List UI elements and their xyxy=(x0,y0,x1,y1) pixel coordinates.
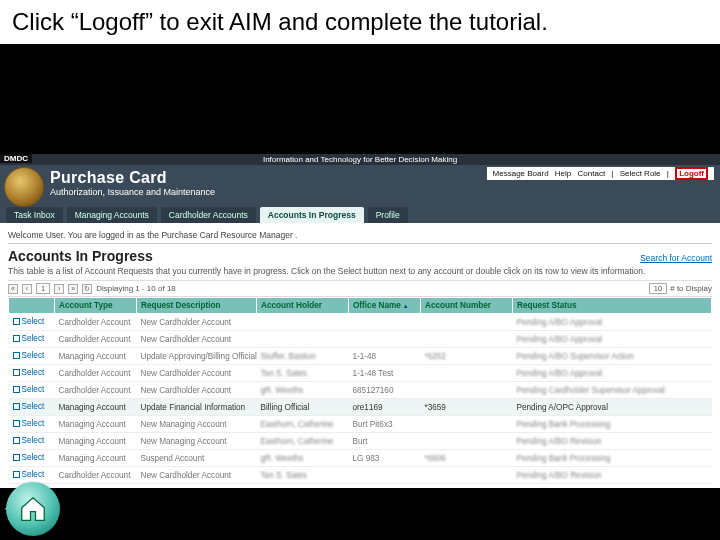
cell-acct xyxy=(421,467,513,484)
cell-desc: New Cardholder Account xyxy=(137,382,257,399)
brand-tagline: Information and Technology for Better De… xyxy=(263,155,457,164)
page-description: This table is a list of Account Requests… xyxy=(8,266,712,276)
header-link-bar: Message Board Help Contact | Select Role… xyxy=(487,167,714,180)
select-button[interactable]: Select xyxy=(13,453,45,462)
cell-status: Pending A/BO Revision xyxy=(513,433,712,450)
col-header[interactable]: Account Number xyxy=(421,298,513,314)
select-button[interactable]: Select xyxy=(13,334,45,343)
help-link[interactable]: Help xyxy=(555,169,571,178)
table-header-row: Account TypeRequest DescriptionAccount H… xyxy=(9,298,712,314)
select-button[interactable]: Select xyxy=(13,419,45,428)
sep: | xyxy=(667,169,669,178)
table-row[interactable]: SelectCardholder AccountNew Cardholder A… xyxy=(9,382,712,399)
cell-type: Managing Account xyxy=(55,348,137,365)
table-row[interactable]: SelectManaging AccountSuspend AccountgR.… xyxy=(9,450,712,467)
cell-office: Burt Pit6x3 xyxy=(349,416,421,433)
pager-last-button[interactable]: » xyxy=(68,284,78,294)
per-page-input[interactable]: 10 xyxy=(649,283,667,294)
cell-type: Cardholder Account xyxy=(55,365,137,382)
instruction-text: Click “Logoff” to exit AIM and complete … xyxy=(0,0,720,44)
search-account-link[interactable]: Search for Account xyxy=(640,253,712,263)
cell-acct: *3659 xyxy=(421,399,513,416)
col-header[interactable]: Account Holder xyxy=(257,298,349,314)
cell-desc: New Cardholder Account xyxy=(137,467,257,484)
cell-acct xyxy=(421,433,513,450)
cell-desc: New Cardholder Account xyxy=(137,331,257,348)
cell-holder: gR. Weeths xyxy=(257,382,349,399)
tab-accounts-in-progress[interactable]: Accounts In Progress xyxy=(260,207,364,223)
tab-cardholder-accounts[interactable]: Cardholder Accounts xyxy=(161,207,256,223)
col-header[interactable]: Request Description xyxy=(137,298,257,314)
table-row[interactable]: SelectCardholder AccountNew Cardholder A… xyxy=(9,365,712,382)
cell-desc: Suspend Account xyxy=(137,450,257,467)
cell-holder: Billing Official xyxy=(257,399,349,416)
cell-desc: New Managing Account xyxy=(137,433,257,450)
table-row[interactable]: SelectManaging AccountNew Managing Accou… xyxy=(9,433,712,450)
tab-strip: Task InboxManaging AccountsCardholder Ac… xyxy=(0,207,720,223)
cell-desc: Update Approving/Billing Official xyxy=(137,348,257,365)
cell-type: Managing Account xyxy=(55,416,137,433)
message-board-link[interactable]: Message Board xyxy=(493,169,549,178)
pager-refresh-button[interactable]: ↻ xyxy=(82,284,92,294)
col-header[interactable]: Office Name xyxy=(349,298,421,314)
cell-status: Pending Bank Processing xyxy=(513,450,712,467)
cell-desc: New Managing Account xyxy=(137,416,257,433)
pager-row: « ‹ 1 › » ↻ Displaying 1 - 10 of 18 10 #… xyxy=(8,280,712,297)
pager-next-button[interactable]: › xyxy=(54,284,64,294)
cell-holder: Stuffer, Bastion xyxy=(257,348,349,365)
cell-status: Pending A/BO Approval xyxy=(513,365,712,382)
cell-office: Burt xyxy=(349,433,421,450)
cell-office: ore1169 xyxy=(349,399,421,416)
pager-first-button[interactable]: « xyxy=(8,284,18,294)
cell-holder: Tan S. Sates xyxy=(257,365,349,382)
cell-office: 1-1-48 Test xyxy=(349,365,421,382)
cell-office: 1-1-48 xyxy=(349,348,421,365)
table-row[interactable]: SelectManaging AccountUpdate Financial I… xyxy=(9,399,712,416)
table-row[interactable]: SelectManaging AccountUpdate Approving/B… xyxy=(9,348,712,365)
select-button[interactable]: Select xyxy=(13,402,45,411)
cell-type: Cardholder Account xyxy=(55,467,137,484)
home-button[interactable] xyxy=(6,482,60,536)
cell-acct: *6252 xyxy=(421,348,513,365)
table-row[interactable]: SelectCardholder AccountNew Cardholder A… xyxy=(9,467,712,484)
tab-task-inbox[interactable]: Task Inbox xyxy=(6,207,63,223)
dmdc-badge: DMDC xyxy=(0,154,32,163)
cell-status: Pending A/BO Approval xyxy=(513,331,712,348)
cell-status: Pending Cardholder Supervisor Approval xyxy=(513,382,712,399)
app-window: DMDC Information and Technology for Bett… xyxy=(0,154,720,489)
black-spacer xyxy=(0,44,720,154)
cell-holder: gR. Weeths xyxy=(257,450,349,467)
select-button[interactable]: Select xyxy=(13,385,45,394)
table-row[interactable]: SelectCardholder AccountNew Cardholder A… xyxy=(9,331,712,348)
select-role-link[interactable]: Select Role xyxy=(620,169,661,178)
cell-desc: New Cardholder Account xyxy=(137,314,257,331)
app-subtitle: Authorization, Issuance and Maintenance xyxy=(50,187,714,197)
cell-office xyxy=(349,331,421,348)
pager-page-number[interactable]: 1 xyxy=(36,283,50,294)
cell-holder: Easthorn, Catherine xyxy=(257,416,349,433)
col-header[interactable] xyxy=(9,298,55,314)
cell-type: Managing Account xyxy=(55,450,137,467)
contact-link[interactable]: Contact xyxy=(578,169,606,178)
select-button[interactable]: Select xyxy=(13,470,45,479)
logoff-link[interactable]: Logoff xyxy=(675,167,708,180)
select-button[interactable]: Select xyxy=(13,351,45,360)
select-button[interactable]: Select xyxy=(13,368,45,377)
table-row[interactable]: SelectManaging AccountNew Managing Accou… xyxy=(9,416,712,433)
cell-acct xyxy=(421,365,513,382)
accounts-table: Account TypeRequest DescriptionAccount H… xyxy=(8,297,712,484)
col-header[interactable]: Request Status xyxy=(513,298,712,314)
select-button[interactable]: Select xyxy=(13,317,45,326)
table-row[interactable]: SelectCardholder AccountNew Cardholder A… xyxy=(9,314,712,331)
tab-profile[interactable]: Profile xyxy=(368,207,408,223)
tab-managing-accounts[interactable]: Managing Accounts xyxy=(67,207,157,223)
col-header[interactable]: Account Type xyxy=(55,298,137,314)
cell-holder xyxy=(257,331,349,348)
select-button[interactable]: Select xyxy=(13,436,45,445)
cell-status: Pending A/BO Approval xyxy=(513,314,712,331)
cell-office: 685127160 xyxy=(349,382,421,399)
cell-status: Pending A/BO Supervisor Action xyxy=(513,348,712,365)
cell-acct xyxy=(421,314,513,331)
pager-prev-button[interactable]: ‹ xyxy=(22,284,32,294)
cell-office xyxy=(349,314,421,331)
